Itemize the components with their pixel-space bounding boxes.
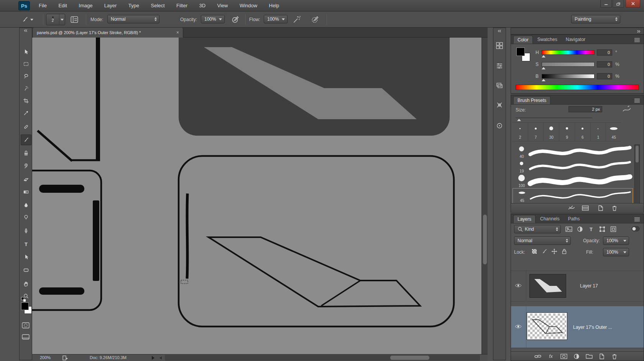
document-tab[interactable]: panels.psd @ 200% (Layer 17's Outer Stro… <box>33 28 183 38</box>
pen-tool[interactable] <box>21 226 31 236</box>
saturation-value-field[interactable]: 0 <box>597 61 612 67</box>
pressure-opacity-icon[interactable] <box>231 15 240 26</box>
expand-dock-chevrons-icon[interactable] <box>498 30 501 33</box>
new-layer-icon[interactable] <box>597 353 606 360</box>
menu-view[interactable]: View <box>212 0 233 11</box>
layer-name[interactable]: Layer 17's Outer ... <box>573 325 612 330</box>
brush-preset-row[interactable]: 100 <box>513 174 633 188</box>
filter-smart-objects-icon[interactable] <box>609 225 618 233</box>
brush-tip-preset[interactable]: 45 <box>606 123 621 141</box>
brush-list-scrollbar-thumb[interactable] <box>636 146 639 162</box>
rectangular-marquee-tool[interactable] <box>21 59 31 69</box>
tab-paths[interactable]: Paths <box>564 215 584 223</box>
lock-position-icon[interactable] <box>551 248 558 255</box>
flow-dropdown[interactable]: 100% <box>264 15 288 23</box>
hue-slider-thumb[interactable] <box>542 55 545 57</box>
brightness-value-field[interactable]: 0 <box>597 73 612 79</box>
eye-icon[interactable] <box>515 283 522 288</box>
brush-tip-preset[interactable]: 30 <box>544 123 559 141</box>
screen-mode-icon[interactable] <box>22 334 30 341</box>
layer-row-selected[interactable]: Layer 17's Outer ... <box>511 306 644 348</box>
layer-blend-mode-dropdown[interactable]: Normal <box>514 236 571 245</box>
history-brush-tool[interactable] <box>21 161 31 171</box>
delete-brush-icon[interactable] <box>610 205 619 212</box>
magic-wand-tool[interactable] <box>21 83 31 94</box>
brush-size-field[interactable]: 2 px <box>568 106 602 112</box>
spot-healing-brush-tool[interactable] <box>21 121 31 132</box>
lock-all-icon[interactable] <box>561 248 568 255</box>
saturation-slider-thumb[interactable] <box>542 67 545 69</box>
layer-filter-kind-dropdown[interactable]: Kind <box>514 225 561 233</box>
visibility-cell[interactable] <box>511 306 526 348</box>
brush-preset-row[interactable]: 40 <box>513 144 633 159</box>
menu-select[interactable]: Select <box>146 0 169 11</box>
custom-shape-tool[interactable] <box>21 265 31 276</box>
tab-swatches[interactable]: Swatches <box>534 36 561 44</box>
tool-preset-picker[interactable] <box>21 15 39 25</box>
eyedropper-tool[interactable] <box>21 108 31 118</box>
menu-filter[interactable]: Filter <box>171 0 192 11</box>
blur-tool[interactable] <box>21 200 31 210</box>
brush-preset-row[interactable]: 19 <box>513 159 633 174</box>
lock-transparency-icon[interactable] <box>531 248 538 255</box>
horizontal-scrollbar[interactable] <box>165 355 480 361</box>
clone-stamp-tool[interactable] <box>21 148 31 158</box>
layer-thumbnail[interactable] <box>527 313 567 340</box>
close-button[interactable] <box>626 0 640 8</box>
filter-toggle-switch[interactable] <box>631 226 640 233</box>
vertical-scrollbar[interactable] <box>481 38 488 354</box>
new-group-icon[interactable] <box>585 353 594 360</box>
hand-tool[interactable] <box>21 279 31 289</box>
layer-opacity-dropdown[interactable]: 100% <box>603 236 629 245</box>
zoom-field[interactable]: 200% <box>40 355 51 360</box>
brush-preview-toggle-icon[interactable] <box>567 205 576 212</box>
status-flyout-icon[interactable] <box>152 356 154 360</box>
document-canvas[interactable] <box>32 38 488 354</box>
tab-navigator[interactable]: Navigator <box>562 36 589 44</box>
menu-help[interactable]: Help <box>264 0 284 11</box>
pressure-size-icon[interactable] <box>310 15 320 26</box>
menu-layer[interactable]: Layer <box>99 0 122 11</box>
saturation-slider[interactable] <box>542 62 595 67</box>
brush-preset-row-selected[interactable]: 45 <box>513 188 633 203</box>
tab-layers[interactable]: Layers <box>513 215 536 223</box>
filter-adjustment-layers-icon[interactable] <box>576 225 584 233</box>
path-selection-tool[interactable] <box>21 252 31 263</box>
eraser-tool[interactable] <box>21 174 31 184</box>
new-brush-icon[interactable] <box>596 205 605 212</box>
status-doc-icon[interactable] <box>62 355 68 361</box>
brush-tip-preset[interactable]: 9 <box>559 123 575 141</box>
link-layers-icon[interactable] <box>533 353 542 360</box>
brush-stroke-toggle-icon[interactable] <box>622 105 631 115</box>
panel-menu-icon[interactable] <box>634 38 641 42</box>
brush-size-slider-thumb[interactable] <box>517 119 521 121</box>
collapse-dock-chevrons-icon[interactable] <box>637 30 641 33</box>
layer-thumbnail[interactable] <box>529 274 566 298</box>
hue-value-field[interactable]: 0 <box>597 49 612 56</box>
collapsed-panel-icon-1[interactable] <box>495 41 504 50</box>
brush-preset-picker[interactable]: 2 <box>46 14 65 25</box>
brush-tip-preset[interactable]: 6 <box>575 123 591 141</box>
brush-tip-preset[interactable]: 2 <box>513 123 528 141</box>
new-adjustment-layer-icon[interactable] <box>572 353 581 360</box>
type-tool[interactable]: T <box>21 239 31 249</box>
brush-size-slider[interactable] <box>516 118 592 119</box>
panel-menu-icon[interactable] <box>634 217 641 222</box>
filter-type-layers-icon[interactable]: T <box>587 225 595 233</box>
horizontal-scrollbar-thumb[interactable] <box>390 356 429 360</box>
hscroll-left-arrow-icon[interactable] <box>159 356 162 359</box>
lasso-tool[interactable] <box>21 71 31 82</box>
filter-shape-layers-icon[interactable] <box>598 225 606 233</box>
brush-tool[interactable] <box>21 135 31 145</box>
collapse-tools-icon[interactable] <box>24 29 28 32</box>
minimize-button[interactable] <box>600 0 612 8</box>
layer-row[interactable]: Layer 17 <box>511 271 644 301</box>
tab-brush-presets[interactable]: Brush Presets <box>513 96 550 104</box>
layer-style-icon[interactable]: fx <box>546 353 555 360</box>
crop-tool[interactable] <box>21 95 31 106</box>
brightness-slider[interactable] <box>542 74 595 79</box>
menu-type[interactable]: Type <box>123 0 144 11</box>
workspace-switcher[interactable]: Painting <box>571 15 620 23</box>
collapsed-panel-icon-4[interactable] <box>495 100 504 110</box>
dodge-tool[interactable] <box>21 212 31 223</box>
